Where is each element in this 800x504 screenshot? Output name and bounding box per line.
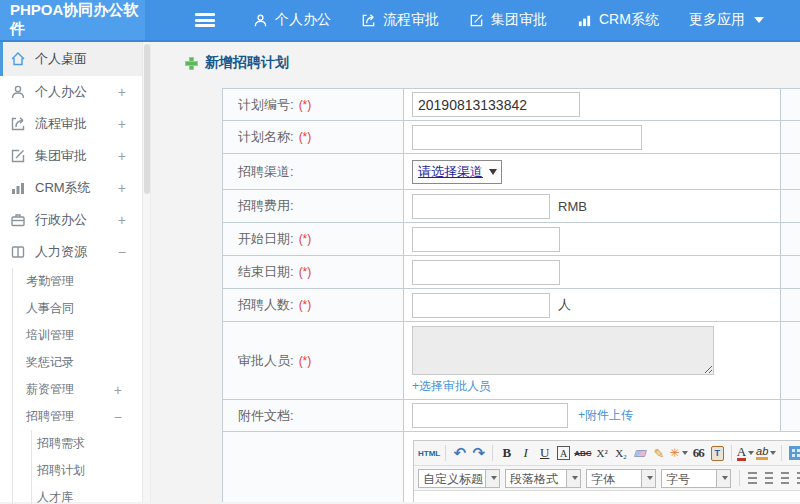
sidebar-item-hr-contract[interactable]: 人事合同 <box>13 295 142 322</box>
sidebar-item-personal-office[interactable]: 个人办公 + <box>0 76 142 108</box>
briefcase-icon <box>10 212 26 228</box>
required-mark: (*) <box>299 354 312 368</box>
process-icon <box>361 13 376 28</box>
field-label: 招聘渠道: <box>223 154 404 189</box>
expand-plus-icon[interactable]: + <box>114 382 122 398</box>
upload-attachment-link[interactable]: +附件上传 <box>578 407 633 424</box>
sidebar-item-crm[interactable]: CRM系统 + <box>0 172 142 204</box>
bar-chart-icon <box>10 180 26 196</box>
sidebar-item-training[interactable]: 培训管理 <box>13 322 142 349</box>
sidebar-item-recruit-mgmt[interactable]: 招聘管理 − <box>13 403 142 430</box>
font-border-button[interactable]: A <box>557 446 570 460</box>
italic-button[interactable]: I <box>517 444 534 463</box>
expand-plus-icon[interactable]: + <box>118 116 126 132</box>
topnav-label: 个人办公 <box>275 11 331 29</box>
sparkle-icon: ✳ <box>670 446 680 460</box>
rich-text-editor: HTML ↶ ↷ B I U A ABC X² X₂ <box>413 440 800 502</box>
undo-button[interactable]: ↶ <box>451 444 468 463</box>
sidebar-item-salary[interactable]: 薪资管理 + <box>13 376 142 403</box>
editor-toolbar-row2: 自定义标题 段落格式 字体 <box>414 466 800 491</box>
align-center-icon[interactable] <box>765 472 773 484</box>
topnav-group-approval[interactable]: 集团审批 <box>469 11 547 29</box>
field-label-empty <box>223 432 404 502</box>
expand-plus-icon[interactable]: + <box>118 84 126 100</box>
topnav-label: CRM系统 <box>599 11 659 29</box>
form-row-editor: HTML ↶ ↷ B I U A ABC X² X₂ <box>223 432 800 502</box>
channel-select[interactable]: 请选择渠道 <box>412 160 502 184</box>
person-icon <box>10 84 26 100</box>
start-date-input[interactable] <box>412 227 560 252</box>
editor-content-area[interactable] <box>414 491 800 502</box>
plan-number-input[interactable] <box>412 92 580 117</box>
sidebar-hr-submenu: 考勤管理 人事合同 培训管理 奖惩记录 薪资管理 + 招聘管理 − 招聘需求 <box>12 268 142 504</box>
topnav-label: 更多应用 <box>689 11 745 29</box>
cost-input[interactable] <box>412 194 550 219</box>
superscript-button[interactable]: X² <box>594 444 611 463</box>
sidebar-item-attendance[interactable]: 考勤管理 <box>13 268 142 295</box>
sidebar-item-label: 奖惩记录 <box>26 354 74 371</box>
clipboard-icon: T <box>711 446 724 461</box>
field-label: 审批人员: (*) <box>223 322 404 399</box>
paragraph-format-select[interactable]: 段落格式 <box>505 469 581 488</box>
end-date-input[interactable] <box>412 260 560 285</box>
custom-title-select[interactable]: 自定义标题 <box>418 469 500 488</box>
font-family-select[interactable]: 字体 <box>586 469 656 488</box>
topnav-more-apps[interactable]: 更多应用 <box>689 11 764 29</box>
format-painter-button[interactable]: ✎ <box>651 444 668 463</box>
edit-icon <box>469 13 484 28</box>
blockquote-button[interactable]: 66 <box>690 444 707 463</box>
table-insert-button[interactable] <box>787 444 800 463</box>
headcount-input[interactable] <box>412 293 550 318</box>
sidebar-item-hr[interactable]: 人力资源 − <box>0 236 142 268</box>
form-row-attachment: 附件文档: +附件上传 <box>223 400 800 432</box>
strikethrough-button[interactable]: ABC <box>574 444 591 463</box>
expand-plus-icon[interactable]: + <box>118 148 126 164</box>
caret-down-icon <box>642 469 656 488</box>
eraser-button[interactable] <box>632 444 649 463</box>
expand-plus-icon[interactable]: + <box>118 212 126 228</box>
redo-button[interactable]: ↷ <box>470 444 487 463</box>
font-color-button[interactable]: A <box>737 444 754 463</box>
auto-typeset-button[interactable]: ✳ <box>670 444 688 463</box>
align-right-icon[interactable] <box>781 472 790 484</box>
expand-plus-icon[interactable]: + <box>118 180 126 196</box>
page-title-text: 新增招聘计划 <box>205 54 289 72</box>
sidebar-item-label: CRM系统 <box>35 179 91 197</box>
sidebar-item-label: 招聘需求 <box>37 435 85 452</box>
plan-name-input[interactable] <box>412 125 642 150</box>
app-logo[interactable]: PHPOA协同办公软件 <box>0 0 145 40</box>
topnav-crm[interactable]: CRM系统 <box>577 11 659 29</box>
collapse-minus-icon[interactable]: − <box>118 244 126 260</box>
main-content: 新增招聘计划 计划编号: (*) 计划名称: (*) <box>151 42 800 502</box>
hamburger-menu-icon[interactable] <box>195 13 215 27</box>
scrollbar-thumb[interactable] <box>144 44 150 194</box>
sidebar-item-admin-office[interactable]: 行政办公 + <box>0 204 142 236</box>
align-left-icon[interactable] <box>748 472 757 484</box>
field-label: 招聘费用: <box>223 190 404 222</box>
topnav-personal-office[interactable]: 个人办公 <box>253 11 331 29</box>
sidebar-item-recruit-plan[interactable]: 招聘计划 <box>32 457 142 484</box>
html-source-button[interactable]: HTML <box>418 444 440 463</box>
sidebar-item-label: 流程审批 <box>35 115 87 133</box>
collapse-minus-icon[interactable]: − <box>114 409 122 425</box>
sidebar-item-talent-pool[interactable]: 人才库 <box>32 484 142 504</box>
paste-button[interactable]: T <box>709 444 726 463</box>
topnav-process-approval[interactable]: 流程审批 <box>361 11 439 29</box>
sidebar-item-rewards[interactable]: 奖惩记录 <box>13 349 142 376</box>
attachment-input[interactable] <box>412 403 568 428</box>
sidebar-item-group-approval[interactable]: 集团审批 + <box>0 140 142 172</box>
bold-button[interactable]: B <box>498 444 515 463</box>
sidebar-item-label: 培训管理 <box>26 327 74 344</box>
field-label: 计划名称: (*) <box>223 121 404 153</box>
select-approvers-link[interactable]: +选择审批人员 <box>412 378 491 395</box>
sidebar-item-desktop[interactable]: 个人桌面 <box>0 42 142 76</box>
subscript-button[interactable]: X₂ <box>613 444 630 463</box>
sidebar-item-recruit-demand[interactable]: 招聘需求 <box>32 430 142 457</box>
approvers-textarea[interactable] <box>412 326 714 375</box>
font-size-select[interactable]: 字号 <box>661 469 731 488</box>
highlight-color-button[interactable]: ab <box>756 444 776 463</box>
sidebar-item-process-approval[interactable]: 流程审批 + <box>0 108 142 140</box>
underline-button[interactable]: U <box>536 444 553 463</box>
edit-icon <box>10 148 26 164</box>
sidebar-item-label: 个人办公 <box>35 83 87 101</box>
